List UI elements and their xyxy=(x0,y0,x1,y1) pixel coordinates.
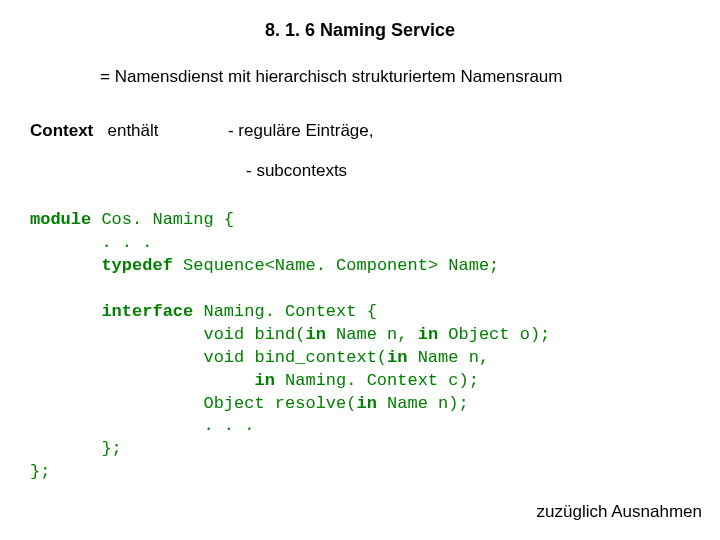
code-block: module Cos. Naming { . . . typedef Seque… xyxy=(0,181,720,484)
footer-note: zuzüglich Ausnahmen xyxy=(537,502,702,522)
kw-in: in xyxy=(305,325,325,344)
code-text: Object o); xyxy=(438,325,550,344)
section-heading: 8. 1. 6 Naming Service xyxy=(0,0,720,41)
kw-interface: interface xyxy=(101,302,193,321)
code-text: Naming. Context c); xyxy=(275,371,479,390)
context-label: Context xyxy=(30,121,93,140)
code-text: Name n, xyxy=(326,325,418,344)
context-verb-text: enthält xyxy=(107,121,158,140)
code-text xyxy=(30,302,101,321)
kw-in: in xyxy=(418,325,438,344)
code-text: Object resolve( xyxy=(30,394,356,413)
kw-in: in xyxy=(356,394,376,413)
code-text xyxy=(30,279,40,298)
code-text xyxy=(30,256,101,275)
kw-in: in xyxy=(387,348,407,367)
kw-module: module xyxy=(30,210,91,229)
code-text: Naming. Context { xyxy=(193,302,377,321)
context-row: Context enthält - reguläre Einträge, xyxy=(0,87,720,141)
code-text: Name n); xyxy=(377,394,469,413)
context-item-2: - subcontexts xyxy=(0,141,720,181)
code-text: . . . xyxy=(30,233,152,252)
code-text xyxy=(30,371,254,390)
definition-line: = Namensdienst mit hierarchisch struktur… xyxy=(0,41,720,87)
code-text: }; xyxy=(30,439,122,458)
code-text: Cos. Naming { xyxy=(91,210,234,229)
code-text: void bind_context( xyxy=(30,348,387,367)
context-item-1: - reguläre Einträge, xyxy=(228,121,374,140)
code-text: }; xyxy=(30,462,50,481)
code-text: Name n, xyxy=(407,348,489,367)
code-text: void bind( xyxy=(30,325,305,344)
kw-in: in xyxy=(254,371,274,390)
code-text: Sequence<Name. Component> Name; xyxy=(173,256,499,275)
kw-typedef: typedef xyxy=(101,256,172,275)
code-text: . . . xyxy=(30,416,254,435)
